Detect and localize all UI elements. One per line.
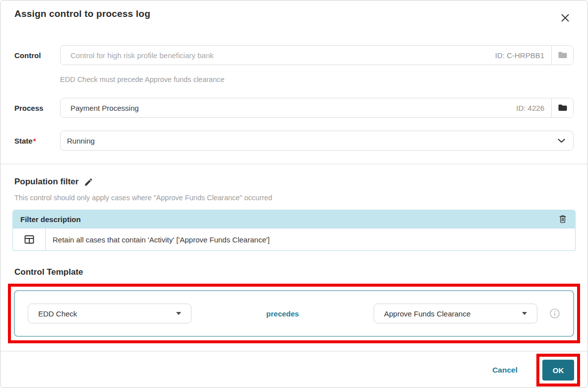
control-browse-button[interactable] (551, 46, 573, 65)
process-input[interactable] (61, 98, 516, 117)
population-filter-heading-row: Population filter (14, 177, 574, 187)
state-label-text: State (14, 137, 33, 145)
edit-filter-button[interactable] (84, 177, 93, 187)
filter-row-icon-cell (13, 229, 46, 250)
pencil-icon (84, 177, 93, 187)
control-id-text: ID: C-HRPBB1 (495, 46, 551, 65)
control-helper-text: EDD Check must precede Approve funds cle… (60, 76, 574, 83)
filter-table: Filter description (12, 210, 576, 251)
relation-label: precedes (192, 310, 374, 318)
control-template-heading: Control Template (14, 267, 574, 277)
control-template-panel: EDD Check precedes Approve Funds Clearan… (14, 290, 574, 337)
cancel-button[interactable]: Cancel (489, 365, 521, 375)
dialog-footer: Cancel OK (0, 351, 588, 388)
required-asterisk: * (33, 137, 36, 145)
process-input-group: ID: 4226 (60, 98, 574, 118)
template-info-button[interactable] (549, 308, 560, 319)
caret-down-icon (176, 312, 181, 315)
process-label: Process (14, 104, 60, 112)
right-activity-value: Approve Funds Clearance (384, 310, 470, 318)
right-activity-dropdown[interactable]: Approve Funds Clearance (374, 304, 537, 323)
state-select[interactable]: Running (60, 131, 574, 151)
folder-icon (557, 102, 568, 113)
process-field-row: Process ID: 4226 (14, 98, 574, 118)
population-filter-heading: Population filter (14, 177, 78, 187)
dialog-title: Assign control to process log (14, 8, 150, 19)
close-icon (561, 13, 570, 22)
annotation-box-ok: OK (536, 354, 580, 387)
process-browse-button[interactable] (551, 98, 573, 117)
ok-button[interactable]: OK (542, 360, 574, 381)
caret-down-icon (522, 312, 527, 315)
chevron-down-icon (558, 139, 565, 143)
annotation-box-template: EDD Check precedes Approve Funds Clearan… (8, 284, 580, 343)
filter-rule-text: Retain all cases that contain 'Activity'… (46, 229, 277, 250)
folder-icon (557, 50, 568, 61)
state-selected-value: Running (67, 137, 95, 145)
table-icon (23, 234, 35, 245)
assign-control-dialog: Assign control to process log Control ID… (0, 0, 588, 388)
close-button[interactable] (559, 11, 572, 24)
dialog-header: Assign control to process log (14, 0, 574, 24)
state-field-row: State* Running (14, 131, 574, 151)
filter-rule-row[interactable]: Retain all cases that contain 'Activity'… (12, 229, 576, 251)
population-filter-description: This control should only apply cases whe… (14, 194, 574, 202)
section-divider (0, 163, 588, 164)
control-field-row: Control ID: C-HRPBB1 (14, 45, 574, 65)
left-activity-value: EDD Check (38, 310, 77, 318)
filter-header-label: Filter description (20, 215, 81, 224)
process-id-text: ID: 4226 (516, 98, 551, 117)
filter-table-header: Filter description (12, 210, 576, 229)
trash-icon (558, 214, 568, 225)
control-input-group: ID: C-HRPBB1 (60, 45, 574, 65)
info-icon (549, 308, 560, 319)
state-label: State* (14, 137, 60, 145)
control-label: Control (14, 51, 60, 60)
delete-filter-button[interactable] (558, 214, 568, 225)
left-activity-dropdown[interactable]: EDD Check (28, 304, 192, 323)
control-input[interactable] (61, 46, 495, 65)
